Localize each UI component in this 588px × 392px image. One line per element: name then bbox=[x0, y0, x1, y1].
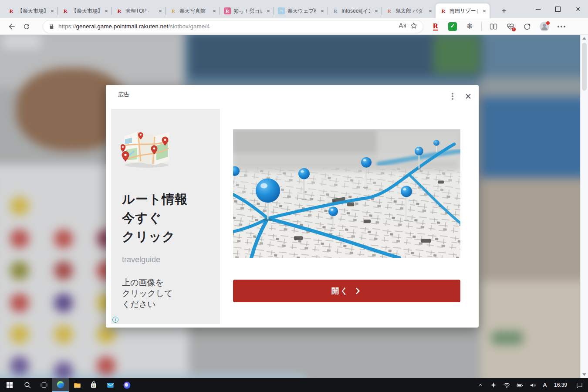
windows-logo-icon bbox=[6, 382, 13, 389]
tab-title: 南国リゾート bbox=[449, 7, 478, 15]
taskbar-copilot-button[interactable] bbox=[118, 378, 135, 392]
new-tab-button[interactable] bbox=[498, 5, 510, 16]
ad-options-button[interactable] bbox=[447, 91, 458, 101]
extensions-button[interactable] bbox=[464, 21, 475, 32]
tab-close-icon[interactable] bbox=[157, 7, 164, 14]
rakuten-extension-button[interactable] bbox=[430, 21, 441, 32]
maximize-button[interactable] bbox=[548, 0, 568, 18]
tab-rakuten-photo[interactable]: R 楽天写真館 bbox=[166, 3, 220, 18]
alert-badge bbox=[511, 27, 516, 32]
tab-infoseek[interactable]: R Infoseek[イン bbox=[328, 3, 382, 18]
tab-favicon: ≡ bbox=[278, 7, 285, 14]
open-button-label: 開く bbox=[331, 286, 349, 296]
web-capture-button[interactable] bbox=[522, 21, 533, 32]
green-check-icon bbox=[448, 22, 457, 31]
mail-icon bbox=[106, 381, 115, 389]
tab-strip: R 【楽天市場】 R 【楽天市場】 R 管理TOP - R 楽天写真館 R bbox=[0, 0, 588, 18]
tab-nangoku-resort-active[interactable]: R 南国リゾート bbox=[436, 3, 490, 18]
headline-line: ルート情報 bbox=[122, 190, 188, 209]
lock-icon bbox=[48, 23, 55, 30]
url-text: https://general.game.pointmall.rakuten.n… bbox=[58, 23, 394, 30]
tab-point-colle[interactable]: R 卯っ！㌽コレ bbox=[220, 3, 274, 18]
browser-essentials-button[interactable] bbox=[505, 21, 516, 32]
taskbar-search-button[interactable] bbox=[19, 378, 36, 392]
tab-rakuten-ichiba-2[interactable]: R 【楽天市場】 bbox=[57, 3, 112, 18]
tab-favicon: R bbox=[116, 7, 123, 14]
task-view-button[interactable] bbox=[36, 378, 52, 392]
close-window-button[interactable] bbox=[568, 0, 588, 18]
page-scrollbar[interactable] bbox=[580, 35, 588, 378]
taskbar-mail-button[interactable] bbox=[102, 378, 118, 392]
refresh-icon bbox=[23, 23, 30, 30]
tray-security-button[interactable] bbox=[487, 378, 500, 392]
ad-map-illustration[interactable] bbox=[121, 123, 173, 171]
tab-title: 鬼太郎 パタ bbox=[395, 7, 424, 15]
map-photo-image bbox=[233, 129, 460, 258]
read-aloud-button[interactable] bbox=[398, 21, 406, 32]
windows-taskbar: A 16:39 bbox=[0, 378, 588, 392]
triangle-up-icon bbox=[582, 37, 586, 40]
start-button[interactable] bbox=[0, 378, 19, 392]
tray-show-hidden-button[interactable] bbox=[474, 378, 487, 392]
scroll-up-arrow[interactable] bbox=[581, 35, 588, 42]
tab-rakuten-web-search[interactable]: ≡ 楽天ウェブ検 bbox=[274, 3, 328, 18]
vertical-dots-icon bbox=[452, 95, 453, 97]
browser-window: R 【楽天市場】 R 【楽天市場】 R 管理TOP - R 楽天写真館 R bbox=[0, 0, 588, 392]
scrollbar-thumb[interactable] bbox=[582, 43, 587, 91]
speaker-icon bbox=[529, 382, 537, 389]
taskbar-file-explorer-button[interactable] bbox=[69, 378, 85, 392]
system-tray: A 16:39 bbox=[474, 378, 588, 392]
taskbar-store-button[interactable] bbox=[85, 378, 102, 392]
favorite-button[interactable] bbox=[410, 22, 418, 31]
safety-check-extension-button[interactable] bbox=[447, 21, 458, 32]
tray-wifi-button[interactable] bbox=[500, 378, 513, 392]
ad-photo[interactable] bbox=[233, 129, 460, 258]
back-button[interactable] bbox=[5, 20, 18, 33]
tab-favicon: R bbox=[440, 7, 447, 14]
tab-title: 卯っ！㌽コレ bbox=[233, 7, 262, 15]
tab-close-icon[interactable] bbox=[265, 7, 272, 14]
ad-open-button[interactable]: 開く bbox=[233, 280, 460, 302]
ad-info-icon[interactable]: i bbox=[112, 317, 118, 323]
ad-brand: travelguide bbox=[122, 255, 160, 264]
tab-kanri-top[interactable]: R 管理TOP - bbox=[112, 3, 166, 18]
chevron-right-icon bbox=[353, 287, 362, 295]
avatar bbox=[540, 22, 549, 31]
ms-store-icon bbox=[90, 381, 98, 389]
tab-favicon: R bbox=[224, 7, 231, 14]
tab-rakuten-ichiba-1[interactable]: R 【楽天市場】 bbox=[3, 3, 57, 18]
profile-button[interactable] bbox=[539, 21, 550, 32]
tab-close-icon[interactable] bbox=[319, 7, 326, 14]
settings-menu-button[interactable] bbox=[556, 21, 567, 32]
tab-close-icon[interactable] bbox=[373, 7, 380, 14]
tray-ime-indicator[interactable]: A bbox=[539, 382, 551, 389]
tab-favicon: R bbox=[62, 7, 69, 14]
action-center-button[interactable] bbox=[571, 378, 588, 392]
tab-kitaro[interactable]: R 鬼太郎 パタ bbox=[382, 3, 436, 18]
tab-close-icon[interactable] bbox=[49, 7, 56, 14]
action-center-icon bbox=[576, 382, 583, 389]
edge-logo-icon bbox=[56, 380, 65, 389]
refresh-button[interactable] bbox=[20, 20, 33, 33]
url-host: general.game.pointmall.rakuten.net bbox=[76, 23, 169, 30]
tray-clock[interactable]: 16:39 bbox=[551, 382, 571, 388]
minimize-button[interactable] bbox=[528, 0, 548, 18]
ellipsis-icon bbox=[561, 26, 562, 27]
split-screen-button[interactable] bbox=[488, 21, 499, 32]
taskbar-edge-button[interactable] bbox=[52, 378, 69, 392]
address-bar[interactable]: https://general.game.pointmall.rakuten.n… bbox=[43, 20, 423, 33]
star-icon bbox=[410, 22, 418, 30]
tray-volume-button[interactable] bbox=[526, 378, 539, 392]
tab-close-icon[interactable] bbox=[103, 7, 110, 14]
read-aloud-icon bbox=[398, 21, 406, 30]
instruction-line: 上の画像を bbox=[122, 277, 173, 288]
battery-icon bbox=[516, 382, 524, 389]
scroll-down-arrow[interactable] bbox=[581, 371, 588, 378]
tab-close-icon[interactable] bbox=[427, 7, 434, 14]
ad-close-button[interactable] bbox=[462, 90, 474, 102]
tab-close-icon[interactable] bbox=[211, 7, 218, 14]
tab-title: Infoseek[イン bbox=[341, 7, 370, 15]
browser-toolbar: https://general.game.pointmall.rakuten.n… bbox=[0, 18, 588, 35]
tray-battery-button[interactable] bbox=[513, 378, 526, 392]
tab-close-icon[interactable] bbox=[481, 7, 488, 14]
